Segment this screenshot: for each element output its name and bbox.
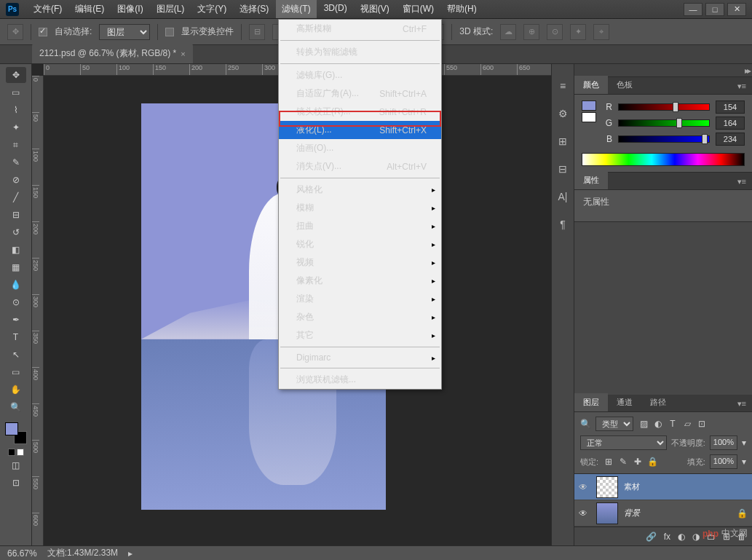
swatches-tab[interactable]: 色板 (608, 76, 641, 94)
filter-smart-icon[interactable]: ⊡ (696, 419, 708, 429)
marquee-tool-icon[interactable]: ▭ (6, 84, 26, 100)
type-tool-icon[interactable]: T (6, 329, 26, 345)
g-value[interactable]: 164 (716, 117, 745, 130)
clone-stamp-tool-icon[interactable]: ⊟ (6, 207, 26, 223)
menu-view[interactable]: 视图(V) (355, 0, 395, 18)
layer-thumbnail[interactable] (596, 502, 618, 524)
visibility-icon[interactable]: 👁 (579, 508, 590, 518)
channels-tab[interactable]: 通道 (608, 393, 641, 411)
dodge-tool-icon[interactable]: ⊙ (6, 294, 26, 310)
menu-file[interactable]: 文件(F) (28, 0, 68, 18)
menu-image[interactable]: 图像(I) (111, 0, 149, 18)
lock-transparent-icon[interactable]: ⊞ (603, 457, 614, 467)
menu-item-stylize[interactable]: 风格化 (279, 181, 441, 199)
spectrum-ramp[interactable] (582, 153, 745, 166)
menu-item-lens-correction[interactable]: 镜头校正(R)...Shift+Ctrl+R (279, 103, 441, 121)
gradient-tool-icon[interactable]: ▦ (6, 259, 26, 275)
menu-3d[interactable]: 3D(D) (318, 0, 353, 18)
show-transform-checkbox[interactable] (165, 28, 174, 36)
layer-name[interactable]: 素材 (624, 481, 640, 492)
shape-tool-icon[interactable]: ▭ (6, 364, 26, 380)
panel-menu-icon[interactable]: ▾≡ (732, 396, 752, 411)
menu-item-adaptive-wide[interactable]: 自适应广角(A)...Shift+Ctrl+A (279, 84, 441, 103)
blur-tool-icon[interactable]: 💧 (6, 277, 26, 293)
healing-brush-tool-icon[interactable]: ⊘ (6, 172, 26, 188)
r-slider[interactable] (618, 103, 710, 111)
hand-tool-icon[interactable]: ✋ (6, 382, 26, 398)
properties-tab[interactable]: 属性 (574, 171, 608, 189)
move-tool-icon[interactable]: ✥ (6, 67, 26, 83)
panel-menu-icon[interactable]: ▾≡ (732, 174, 752, 189)
menu-edit[interactable]: 编辑(E) (69, 0, 110, 18)
filter-type-icon[interactable]: T (667, 419, 678, 429)
layer-row[interactable]: 👁 背景 🔒 (574, 500, 752, 527)
brush-tool-icon[interactable]: ╱ (6, 189, 26, 205)
menu-window[interactable]: 窗口(W) (397, 0, 440, 18)
menu-item-browse-online[interactable]: 浏览联机滤镜... (279, 371, 441, 389)
b-value[interactable]: 234 (716, 133, 745, 146)
menu-item-smart-filter[interactable]: 转换为智能滤镜 (279, 43, 441, 61)
magic-wand-tool-icon[interactable]: ✦ (6, 119, 26, 135)
window-close-button[interactable]: ✕ (727, 3, 746, 16)
blend-mode-dropdown[interactable]: 正常 (580, 435, 667, 450)
menu-item-noise[interactable]: 杂色 (279, 308, 441, 326)
bg-color-swatch[interactable] (582, 112, 596, 122)
menu-item-blur[interactable]: 模糊 (279, 199, 441, 217)
menu-item-liquify[interactable]: 液化(L)...Shift+Ctrl+X (279, 121, 441, 139)
layer-thumbnail[interactable] (596, 476, 618, 498)
menu-item-other[interactable]: 其它 (279, 326, 441, 344)
swap-colors-icon[interactable] (17, 449, 24, 456)
align-icon[interactable]: ⊟ (249, 24, 265, 40)
mask-icon[interactable]: ◐ (678, 532, 685, 542)
document-tab[interactable]: 2121.psd @ 66.7% (素材, RGB/8) * × (32, 44, 193, 63)
menu-item-digimarc[interactable]: Digimarc (279, 350, 441, 366)
layers-tab[interactable]: 图层 (574, 393, 608, 411)
menu-item-sharpen[interactable]: 锐化 (279, 235, 441, 253)
3d-icon[interactable]: ☁ (500, 24, 516, 40)
actions-panel-icon[interactable]: ⚙ (555, 106, 570, 121)
type-panel-icon[interactable]: A| (555, 189, 570, 204)
paragraph-style-panel-icon[interactable]: ¶ (555, 217, 570, 232)
3d-icon[interactable]: ⌖ (593, 24, 609, 40)
g-slider[interactable] (618, 119, 710, 127)
eraser-tool-icon[interactable]: ◧ (6, 242, 26, 258)
search-icon[interactable]: 🔍 (580, 419, 591, 429)
menu-type[interactable]: 文字(Y) (191, 0, 232, 18)
auto-select-checkbox[interactable] (39, 28, 47, 36)
paragraph-panel-icon[interactable]: ⊟ (555, 162, 570, 176)
lock-position-icon[interactable]: ✚ (632, 457, 644, 467)
history-brush-tool-icon[interactable]: ↺ (6, 224, 26, 240)
lock-all-icon[interactable]: 🔒 (646, 457, 658, 467)
fx-icon[interactable]: fx (664, 532, 670, 542)
menu-item-distort[interactable]: 扭曲 (279, 217, 441, 235)
layer-row[interactable]: 👁 素材 (574, 474, 752, 500)
panel-collapse-icon[interactable]: ▸▸ (745, 66, 749, 76)
adjustment-icon[interactable]: ◑ (692, 532, 700, 542)
menu-select[interactable]: 选择(S) (234, 0, 274, 18)
history-panel-icon[interactable]: ≡ (555, 79, 570, 93)
window-maximize-button[interactable]: □ (705, 3, 724, 16)
menu-item-render[interactable]: 渲染 (279, 290, 441, 308)
color-tab[interactable]: 颜色 (574, 76, 608, 94)
lock-pixels-icon[interactable]: ✎ (617, 457, 629, 467)
crop-tool-icon[interactable]: ⌗ (6, 137, 26, 153)
3d-icon[interactable]: ⊙ (547, 24, 563, 40)
quickmask-icon[interactable]: ◫ (6, 457, 26, 473)
zoom-level[interactable]: 66.67% (7, 548, 37, 559)
path-select-tool-icon[interactable]: ↖ (6, 347, 26, 363)
opacity-field[interactable]: 100% (710, 435, 737, 450)
character-panel-icon[interactable]: ⊞ (555, 134, 570, 149)
status-arrow-icon[interactable]: ▸ (128, 548, 132, 559)
filter-shape-icon[interactable]: ▱ (681, 419, 693, 429)
filter-pixel-icon[interactable]: ▨ (638, 419, 649, 429)
zoom-tool-icon[interactable]: 🔍 (6, 399, 26, 415)
filter-kind-dropdown[interactable]: 类型 (595, 417, 633, 431)
visibility-icon[interactable]: 👁 (579, 482, 590, 492)
menu-layer[interactable]: 图层(L) (151, 0, 191, 18)
menu-item-oil-paint[interactable]: 油画(O)... (279, 139, 441, 157)
fg-color-swatch[interactable] (582, 100, 596, 111)
eyedropper-tool-icon[interactable]: ✎ (6, 154, 26, 170)
auto-select-dropdown[interactable]: 图层 (99, 24, 150, 40)
layer-name[interactable]: 背景 (624, 508, 640, 518)
b-slider[interactable] (618, 135, 710, 143)
